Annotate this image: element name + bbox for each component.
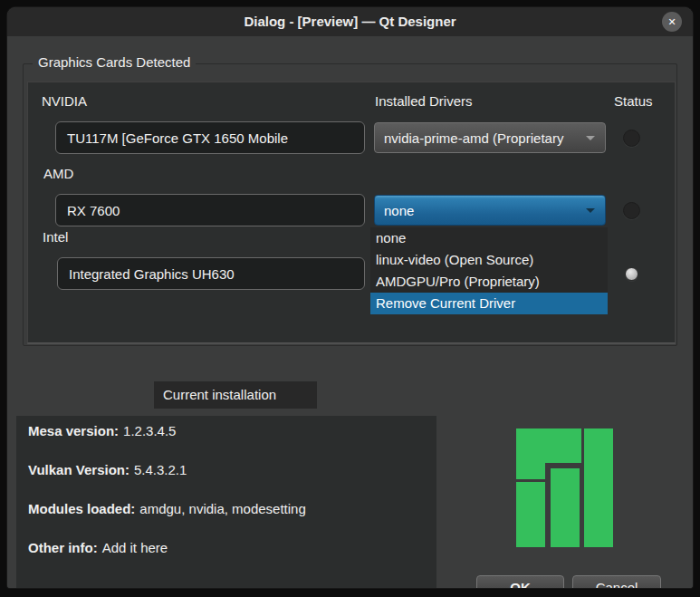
logo-left-bar — [516, 482, 545, 547]
amd-model-text: RX 7600 — [67, 203, 120, 218]
nvidia-label: NVIDIA — [42, 93, 87, 109]
close-button[interactable]: ✕ — [662, 12, 682, 32]
other-info-label: Other info: — [28, 540, 98, 555]
ok-button-label: OK — [510, 580, 531, 589]
nvidia-driver-combo-value: nvidia-prime-amd (Proprietary — [384, 130, 563, 146]
dropdown-option-remove-current-driver[interactable]: Remove Current Driver — [370, 293, 608, 314]
cancel-button-label: Cancel — [596, 580, 638, 589]
ok-button[interactable]: OK — [476, 575, 564, 588]
intel-label: Intel — [43, 229, 68, 245]
logo-right-bar — [584, 428, 613, 547]
modules-loaded-line: Modules loaded:amdgu, nvidia, modesettin… — [28, 500, 425, 518]
modules-loaded-label: Modules loaded: — [28, 501, 135, 516]
close-icon: ✕ — [667, 16, 676, 28]
title-bar[interactable]: Dialog - [Preview] — Qt Designer ✕ — [7, 7, 693, 36]
intel-model-text: Integrated Graphics UH630 — [69, 266, 235, 282]
dialog-body: Graphics Cards Detected NVIDIA Installed… — [7, 36, 693, 588]
logo-top-left-block — [516, 428, 545, 479]
dropdown-option-amdgpu-pro[interactable]: AMDGPU/Pro (Proprietary) — [370, 271, 608, 293]
vulkan-version-line: Vulkan Version:5.4.3.2.1 — [28, 461, 425, 479]
manjaro-logo — [516, 428, 620, 554]
groupbox-title: Graphics Cards Detected — [33, 54, 196, 70]
amd-driver-combo-value: none — [384, 203, 414, 218]
mesa-version-line: Mesa version:1.2.3.4.5 — [28, 422, 425, 440]
other-info-value: Add it here — [102, 540, 168, 555]
nvidia-model-field[interactable]: TU117M [GeForce GTX 1650 Mobile — [55, 121, 365, 154]
modules-loaded-value: amdgu, nvidia, modesetting — [139, 501, 305, 516]
cards-panel: NVIDIA Installed Drivers Status TU117M [… — [27, 82, 676, 343]
current-installation-label: Current installation — [154, 381, 317, 409]
current-installation-info-panel: Mesa version:1.2.3.4.5 Vulkan Version:5.… — [16, 416, 436, 588]
amd-label: AMD — [43, 166, 73, 181]
mesa-version-label: Mesa version: — [28, 423, 119, 438]
nvidia-driver-combo[interactable]: nvidia-prime-amd (Proprietary — [374, 122, 606, 153]
vulkan-version-label: Vulkan Version: — [28, 462, 129, 477]
vulkan-version-value: 5.4.3.2.1 — [134, 462, 187, 477]
amd-model-field[interactable]: RX 7600 — [55, 194, 365, 226]
nvidia-model-text: TU117M [GeForce GTX 1650 Mobile — [67, 130, 288, 146]
chevron-down-icon — [586, 136, 595, 140]
status-radio-intel[interactable] — [625, 267, 638, 281]
intel-model-field[interactable]: Integrated Graphics UH630 — [57, 257, 365, 290]
status-header: Status — [614, 93, 653, 109]
amd-driver-dropdown-list: none linux-video (Open Source) AMDGPU/Pr… — [370, 227, 608, 314]
mesa-version-value: 1.2.3.4.5 — [123, 423, 176, 438]
status-radio-nvidia[interactable] — [623, 130, 640, 147]
dialog-window: Dialog - [Preview] — Qt Designer ✕ Graph… — [7, 7, 693, 588]
installed-drivers-header: Installed Drivers — [375, 93, 473, 109]
chevron-down-icon — [586, 208, 595, 213]
dropdown-option-linux-video[interactable]: linux-video (Open Source) — [370, 249, 608, 271]
dropdown-option-none[interactable]: none — [370, 227, 608, 249]
logo-middle-bar — [551, 468, 580, 547]
window-title: Dialog - [Preview] — Qt Designer — [7, 7, 693, 36]
status-radio-amd[interactable] — [623, 202, 640, 219]
cancel-button[interactable]: Cancel — [572, 575, 661, 588]
amd-driver-combo[interactable]: none — [374, 195, 606, 226]
other-info-line: Other info:Add it here — [28, 539, 425, 557]
